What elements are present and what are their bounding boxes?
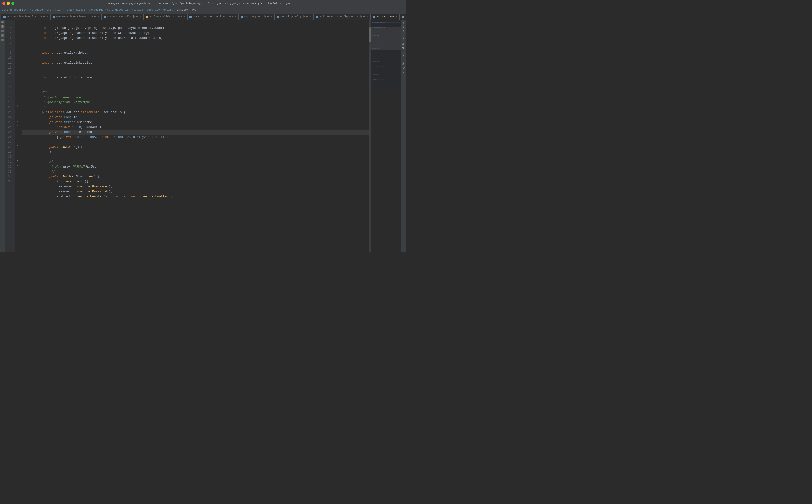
database-tab[interactable]: Database	[402, 21, 405, 33]
code-line-31: * 通过 user 对象创建jwtUser	[22, 159, 369, 164]
tab-vAuthFilter[interactable]: vAuthenticationFilter.java ×	[1, 14, 51, 20]
left-plugin-bar: Alibaba Cloud Project Learn Z: Structure…	[0, 20, 5, 252]
code-line-7	[22, 41, 369, 46]
code-line-33: public JwtUser(User user) {	[22, 169, 369, 174]
code-line-3: import github.javaguide.springsecurityjw…	[22, 21, 369, 26]
right-sidebar: Database Bean Validation kaikaylie	[400, 20, 406, 252]
breadcrumb-bar: spring-security-jwt-guide › src › main ›…	[0, 7, 406, 13]
window-title: spring-security-jwt-guide – .../src/main…	[14, 2, 384, 5]
tab-jwtUser[interactable]: JwtUser.java ×	[370, 14, 399, 20]
title-bar: spring-security-jwt-guide – .../src/main…	[0, 0, 406, 7]
code-line-10: import java.util.LinkedList;	[22, 55, 369, 60]
window-controls[interactable]	[2, 2, 14, 5]
learn-icon[interactable]: Learn	[1, 25, 4, 28]
tab-securityConfig[interactable]: SecurityConfig.java ×	[274, 14, 313, 20]
tab-userDetailsServiceImpl[interactable]: UserDetailsServiceImpl.java ×	[51, 14, 102, 20]
code-line-13: import java.util.Collection;	[22, 70, 369, 75]
bean-validation-tab[interactable]: Bean Validation	[402, 36, 405, 58]
alibaba-cloud-icon[interactable]: Alibaba Cloud Project	[1, 21, 4, 23]
code-line-27: public JwtUser() {	[22, 140, 369, 145]
minimize-button[interactable]	[7, 2, 10, 5]
code-line-8: import java.util.HashMap;	[22, 46, 369, 50]
code-line-20: public class JwtUser implements UserDeta…	[22, 105, 369, 110]
breadcrumb-root[interactable]: spring-security-jwt-guide	[2, 8, 43, 11]
code-line-12	[22, 65, 369, 70]
vertical-scrollbar[interactable]	[369, 20, 371, 252]
structure-icon[interactable]: Z: Structure	[1, 30, 4, 32]
fold-gutter: ▼ @ ▼ ▼ ★ @ ▼	[15, 20, 20, 252]
main-layout: Alibaba Cloud Project Learn Z: Structure…	[0, 20, 406, 252]
maximize-button[interactable]	[11, 2, 14, 5]
code-line-30: /**	[22, 154, 369, 159]
tab-securityConstants[interactable]: SecurityConstants.java ×	[399, 14, 406, 20]
close-button[interactable]	[2, 2, 5, 5]
tab-auditSecurity[interactable]: AuditSecurityConfiguration.java ×	[313, 14, 370, 20]
tab-loginRequest[interactable]: LoginRequest.java ×	[238, 14, 274, 20]
tab-currentUserUtils[interactable]: CurrentUserUtils.java ×	[102, 14, 144, 20]
tab-fullNameValidator[interactable]: FullNameValidator.java ×	[144, 14, 187, 20]
web-icon[interactable]: Web	[1, 39, 4, 41]
favorites-icon[interactable]: Z: Favorites	[1, 34, 4, 37]
code-line-16: /**	[22, 85, 369, 90]
editor-area[interactable]: 34567 89101112 1314151617 1819202122 232…	[5, 20, 400, 252]
kaikaylie-tab[interactable]: kaikaylie	[402, 61, 405, 76]
tab-bar: vAuthenticationFilter.java × UserDetails…	[0, 13, 406, 20]
code-content[interactable]: import github.javaguide.springsecurityjw…	[20, 20, 369, 252]
code-line-17: * @author shuang.kou	[22, 90, 369, 95]
tab-jwtAuthFilter[interactable]: JwtAuthorizationFilter.java ×	[187, 14, 238, 20]
minimap[interactable]: import github.javaguide.springsecurityjw…	[371, 20, 400, 89]
line-numbers: 34567 89101112 1314151617 1819202122 232…	[5, 20, 15, 252]
code-line-29	[22, 150, 369, 154]
code-line-15	[22, 80, 369, 85]
